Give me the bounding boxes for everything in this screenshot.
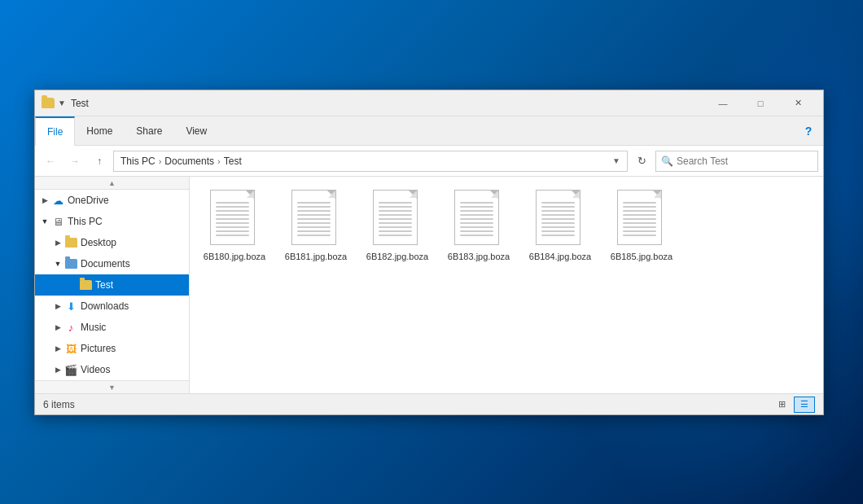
sidebar-item-videos[interactable]: ▶ 🎬 Videos: [35, 359, 189, 380]
path-sep-2: ›: [217, 156, 221, 166]
file-line: [460, 226, 493, 228]
file-line: [541, 226, 575, 228]
file-icon-4: [536, 190, 585, 248]
close-button[interactable]: ✕: [779, 90, 817, 116]
downloads-arrow: ▶: [51, 300, 64, 313]
videos-label: Videos: [81, 364, 110, 375]
path-documents[interactable]: Documents: [164, 156, 214, 167]
sidebar-scroll-up[interactable]: ▲: [35, 177, 189, 190]
file-line: [460, 230, 493, 232]
file-line: [460, 218, 493, 220]
test-arrow: [66, 278, 79, 291]
up-button[interactable]: ↑: [89, 151, 110, 172]
tab-home-label: Home: [86, 125, 112, 137]
file-item[interactable]: 6B185.jpg.boza: [605, 185, 678, 267]
tab-file[interactable]: File: [35, 116, 75, 146]
search-box[interactable]: 🔍: [655, 151, 818, 172]
file-line: [297, 202, 331, 204]
file-line: [623, 214, 656, 216]
scroll-up-icon: ▲: [108, 179, 116, 187]
tab-home[interactable]: Home: [75, 116, 125, 145]
minimize-button[interactable]: —: [704, 90, 742, 116]
sidebar-scroll-down[interactable]: ▼: [35, 380, 189, 393]
tab-share-label: Share: [136, 125, 162, 137]
onedrive-label: OneDrive: [68, 195, 109, 206]
cloud-icon: ☁: [51, 194, 64, 207]
file-line: [379, 206, 412, 208]
tab-share[interactable]: Share: [125, 116, 174, 145]
title-folder-icon: [42, 97, 55, 110]
file-name-4: 6B184.jpg.boza: [529, 252, 591, 262]
search-input[interactable]: [677, 156, 813, 167]
help-button[interactable]: ?: [794, 116, 823, 145]
music-arrow: ▶: [51, 321, 64, 334]
file-line: [623, 234, 656, 236]
path-test[interactable]: Test: [224, 156, 242, 167]
thispc-arrow: ▼: [38, 215, 51, 228]
refresh-button[interactable]: ↻: [631, 151, 652, 172]
sidebar-item-downloads[interactable]: ▶ ⬇ Downloads: [35, 296, 189, 317]
file-line: [297, 210, 331, 212]
videos-icon: 🎬: [64, 363, 77, 376]
sidebar-item-test[interactable]: Test: [35, 274, 189, 296]
main-content: ▲ ▶ ☁ OneDrive ▼ 🖥 This PC ▶: [35, 177, 823, 393]
file-icon-3: [454, 190, 503, 248]
maximize-button[interactable]: □: [742, 90, 779, 116]
file-line: [541, 210, 575, 212]
file-line: [623, 226, 656, 228]
view-grid-button[interactable]: ⊞: [771, 397, 792, 413]
file-line: [216, 234, 249, 236]
thispc-label: This PC: [68, 216, 103, 227]
title-bar-icons: ▼: [42, 97, 66, 110]
file-line: [216, 230, 249, 232]
pc-icon: 🖥: [51, 215, 64, 228]
file-line: [216, 218, 249, 220]
window-controls: — □ ✕: [704, 90, 817, 116]
file-item[interactable]: 6B183.jpg.boza: [442, 185, 515, 267]
file-line: [297, 226, 331, 228]
file-line: [216, 206, 249, 208]
music-icon: ♪: [64, 321, 77, 334]
sidebar-item-thispc[interactable]: ▼ 🖥 This PC: [35, 211, 189, 232]
desktop-folder-icon: [64, 236, 77, 249]
file-item[interactable]: 6B181.jpg.boza: [279, 185, 353, 267]
file-icon-1: [291, 190, 340, 248]
file-line: [297, 214, 331, 216]
file-page-5: [617, 190, 662, 245]
file-lines-0: [216, 202, 249, 236]
path-this-pc[interactable]: This PC: [120, 156, 156, 167]
path-sep-1: ›: [159, 156, 162, 166]
documents-arrow: ▼: [51, 257, 64, 270]
downloads-label: Downloads: [81, 300, 129, 312]
sidebar-item-desktop[interactable]: ▶ Desktop: [35, 232, 189, 253]
file-item[interactable]: 6B180.jpg.boza: [198, 185, 271, 267]
title-arrow-1: ▼: [58, 99, 66, 107]
sidebar-item-pictures[interactable]: ▶ 🖼 Pictures: [35, 338, 189, 359]
file-page-4: [536, 190, 580, 245]
sidebar-item-documents[interactable]: ▼ Documents: [35, 253, 189, 274]
file-page-0: [210, 190, 255, 245]
tab-view[interactable]: View: [174, 116, 219, 145]
test-folder-icon: [79, 278, 92, 291]
file-item[interactable]: 6B184.jpg.boza: [523, 185, 597, 267]
back-button[interactable]: ←: [40, 151, 61, 172]
file-line: [541, 230, 575, 232]
forward-button[interactable]: →: [64, 151, 85, 172]
file-line: [297, 234, 331, 236]
file-line: [379, 202, 412, 204]
file-line: [541, 234, 575, 236]
title-bar: ▼ Test — □ ✕: [35, 90, 823, 116]
view-list-button[interactable]: ☰: [794, 397, 815, 413]
scroll-down-icon: ▼: [108, 383, 116, 392]
address-path[interactable]: This PC › Documents › Test ▼: [113, 151, 628, 172]
sidebar-item-music[interactable]: ▶ ♪ Music: [35, 317, 189, 338]
downloads-icon: ⬇: [64, 300, 77, 313]
file-item[interactable]: 6B182.jpg.boza: [361, 185, 434, 267]
file-line: [379, 226, 412, 228]
path-dropdown-icon[interactable]: ▼: [612, 156, 620, 165]
sidebar-item-onedrive[interactable]: ▶ ☁ OneDrive: [35, 190, 189, 211]
file-line: [216, 210, 249, 212]
file-line: [460, 214, 493, 216]
file-line: [541, 218, 575, 220]
file-line: [623, 218, 656, 220]
